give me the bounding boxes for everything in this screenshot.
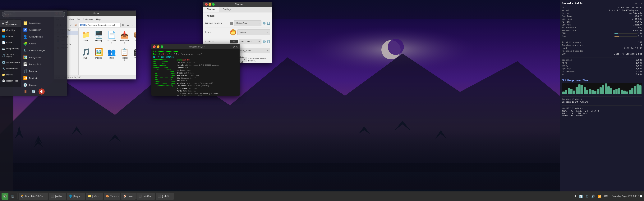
category-places[interactable]: 📁 Places <box>0 72 21 78</box>
fm-file-music[interactable]: 🎵Music <box>80 47 92 62</box>
app-archive-manager[interactable]: 🗜️ Archive Manager <box>21 47 67 54</box>
category-preferences[interactable]: 🔧 Preferences <box>0 65 21 72</box>
window-borders-selector[interactable]: Mint-Y-Dark ▾ <box>234 20 262 26</box>
spotify-artist: Artist : Will Atkinson <box>562 112 642 114</box>
category-sound-video[interactable]: 🎵 Sound & Video <box>0 52 21 59</box>
tab-themes[interactable]: Themes <box>203 7 219 12</box>
taskbar-win-erik1[interactable]: ⬛ erik@er... <box>136 193 155 200</box>
tray-icon-volume[interactable]: 🔊 <box>591 194 596 199</box>
themes-close[interactable]: ✕ <box>205 3 208 6</box>
app-account[interactable]: 👤 Account details <box>21 33 67 40</box>
app-applets[interactable]: 🧩 Applets <box>21 40 67 47</box>
fm-menu-go[interactable]: Go <box>76 17 81 22</box>
fm-file-data[interactable]: 📁DATA <box>80 30 92 45</box>
logout-button[interactable]: 🚪 <box>22 88 28 95</box>
window-borders-label: Window borders <box>205 22 228 24</box>
app-backgrounds[interactable]: 🖼️ Backgrounds <box>21 54 67 61</box>
cpu-chart-bar <box>600 87 602 94</box>
tab-settings[interactable]: Settings <box>219 7 235 12</box>
fm-file-public[interactable]: 👥Public <box>106 47 117 62</box>
tray-icon-music[interactable]: 🎵 <box>584 194 590 199</box>
fm-menu-bookmarks[interactable]: Bookmarks <box>82 17 94 22</box>
controls-label: Controls <box>205 40 228 43</box>
cpu-chart-bar <box>578 84 580 94</box>
fm-addr-sep1: › <box>86 24 87 26</box>
file-icon: 🖼️ <box>94 48 103 56</box>
tray-icon-network[interactable]: 📶 <box>597 194 602 199</box>
category-office[interactable]: 📄 Office <box>0 39 21 45</box>
category-programming[interactable]: 💻 Programming <box>0 45 21 52</box>
taskbar-win-desktop[interactable]: 📁 [~/Des... <box>86 193 103 200</box>
terminal-body[interactable]: ╲.●●●●●●●●●●●●●●●●●●●● [erik@erik-P5Q] -… <box>152 49 240 96</box>
fm-file-documents[interactable]: 📄Documents <box>106 30 117 45</box>
category-internet[interactable]: 🌐 Internet <box>0 33 21 39</box>
total-processes: 169 <box>638 41 642 44</box>
programming-icon: 💻 <box>2 47 5 50</box>
cpu-proc-sn: sn0,00% <box>562 73 642 76</box>
terminal-minimize[interactable]: − <box>157 45 160 48</box>
fm-address-bar[interactable]: erik › Desktop › themes-icons-pack <box>79 23 120 27</box>
chevron-down-icon: ▾ <box>258 22 260 24</box>
fm-file-videos[interactable]: 🎬Videos <box>132 47 136 62</box>
app-backup[interactable]: 💾 Backup Tool <box>21 61 67 68</box>
controls-info-icon[interactable]: ℹ️ <box>267 40 270 43</box>
window-borders-info-icon[interactable]: ℹ️ <box>267 22 270 25</box>
terminal-maximize[interactable]: + <box>160 45 163 48</box>
app-accessibility[interactable]: ♿ Accessibility <box>21 26 67 33</box>
mouse-value: Breeze_Snow <box>238 49 251 52</box>
mouse-selector[interactable]: Breeze_Snow ▾ <box>236 48 270 53</box>
cpu-chart-title: CPU Usage over Time <box>562 79 642 82</box>
taskbar-win-will[interactable]: ⬛ [Will At... <box>49 193 66 200</box>
add-remove-desktop-themes[interactable]: Add/remove desktop themes... <box>248 57 270 62</box>
category-admin[interactable]: ⚙️ Administration <box>0 59 21 65</box>
fm-view-icons[interactable]: ⊞ <box>121 23 125 27</box>
fm-file-downloads[interactable]: 📥Downloads <box>119 30 130 45</box>
cpu-bar-container: 16% <box>614 32 642 35</box>
taskbar-show-desktop[interactable]: 🖥️ <box>9 193 16 200</box>
tray-icon-keyboard[interactable]: ⌨ <box>603 194 608 199</box>
power-button[interactable]: ⏻ <box>38 88 45 95</box>
icons-selector[interactable]: Dalisha ▾ <box>237 29 270 35</box>
file-name: Documents <box>107 40 116 44</box>
taskbar-mint-menu[interactable]: 🐧 <box>2 193 8 200</box>
fm-file-desktop[interactable]: 🖥️Desktop <box>93 30 104 45</box>
themes-minimize[interactable]: − <box>208 3 211 6</box>
restart-button[interactable]: 🔄 <box>30 88 36 95</box>
window-borders-gear-icon[interactable]: ⚙️ <box>262 22 266 25</box>
fm-menu-help[interactable]: Help <box>95 17 102 22</box>
tray-icon-up[interactable]: ⬆ <box>574 194 577 199</box>
sysinfo-app-name: Aureola Salis <box>562 2 583 5</box>
app-brasero[interactable]: 💿 Brasero <box>21 82 67 87</box>
taskbar-win-imgur[interactable]: 🌐 [Imgur: ... <box>67 193 85 200</box>
controls-selector[interactable]: Mint-Y-Dark ▾ <box>239 39 262 44</box>
fm-file-pictures[interactable]: 🖼️Pictures <box>93 47 104 62</box>
taskbar-win-home[interactable]: 🏠 Home <box>121 193 136 200</box>
controls-gear-icon[interactable]: ⚙️ <box>262 40 266 43</box>
taskbar-win-erik2[interactable]: ⬛ [erik@e... <box>156 193 174 200</box>
category-recent[interactable]: ⏱️ Recent Files <box>0 78 21 84</box>
fm-file-templates[interactable]: 📋Templates <box>119 47 130 62</box>
terminal-settings-icon[interactable]: ⚙ <box>232 45 235 48</box>
taskbar-datetime: Saturday August 20, 23:15 🕐 <box>612 195 642 198</box>
bluetooth-label: Bluetooth <box>29 77 38 79</box>
app-menu-search-input[interactable] <box>2 11 65 17</box>
app-banshee[interactable]: 🎵 Banshee <box>21 68 67 75</box>
category-all-applications[interactable]: ⊞ All Applications <box>0 19 21 27</box>
fm-refresh[interactable]: ↺ <box>68 23 73 27</box>
taskbar-win-mint[interactable]: 🐧 Linux Mint 18 Cinn... <box>18 193 48 200</box>
taskbar-win-themes[interactable]: 🎨 Themes <box>104 193 120 200</box>
terminal-close[interactable]: ✕ <box>153 45 156 48</box>
fm-file-dropbox[interactable]: 📦Dropbox <box>132 30 136 45</box>
app-bluetooth[interactable]: 📶 Bluetooth <box>21 75 67 82</box>
fm-view-list[interactable]: ☰ <box>126 23 130 27</box>
tray-icon-refresh[interactable]: 🔄 <box>578 194 584 199</box>
app-accessories[interactable]: 🗂️ Accessories <box>21 19 67 26</box>
fm-home[interactable]: 🏠 <box>73 23 78 27</box>
file-icon: 🎬 <box>133 48 136 56</box>
themes-maximize[interactable]: + <box>212 3 215 6</box>
fm-menu-view[interactable]: View <box>68 17 75 22</box>
category-graphics[interactable]: 🖼️ Graphics <box>0 27 21 33</box>
fm-more[interactable]: ⋮ <box>130 23 135 27</box>
app-list-panel: 🗂️ Accessories ♿ Accessibility 👤 Account… <box>21 19 67 87</box>
terminal-close-btn-icon[interactable]: ✕ <box>236 45 238 48</box>
